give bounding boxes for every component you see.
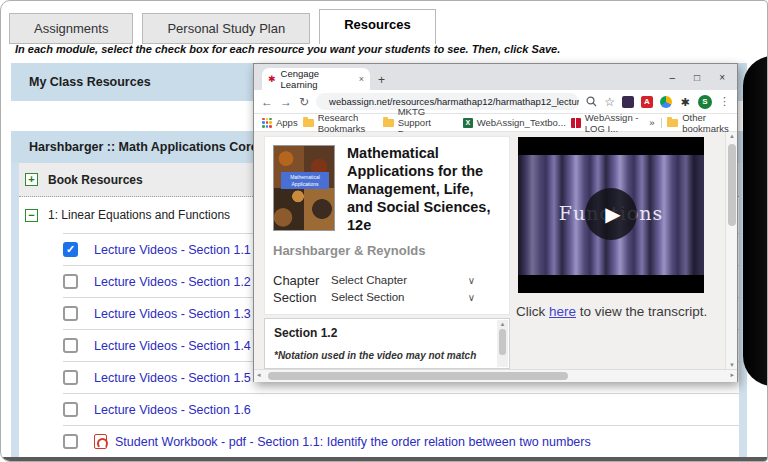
- browser-titlebar[interactable]: ✱ Cengage Learning × + – □ ×: [254, 64, 737, 90]
- extension-pinwheel-icon[interactable]: ✱: [679, 96, 691, 108]
- screenshot-frame: Assignments Personal Study Plan Resource…: [0, 0, 768, 462]
- section-note: *Notation used in the video may not matc…: [274, 350, 489, 361]
- tab-resources[interactable]: Resources: [319, 9, 435, 44]
- maximize-button[interactable]: □: [694, 73, 700, 83]
- transcript-link[interactable]: here: [549, 304, 576, 319]
- section-notes-panel: Section 1.2 *Notation used in the video …: [264, 318, 510, 369]
- module-title: 1: Linear Equations and Functions: [48, 208, 230, 222]
- bookmark-label: Research Bookmarks: [318, 112, 378, 134]
- bookmarks-overflow-icon[interactable]: »: [649, 117, 654, 128]
- resource-link[interactable]: Lecture Videos - Section 1.6: [94, 403, 251, 417]
- scroll-left-icon[interactable]: ◂: [257, 371, 261, 379]
- section-select[interactable]: Select Section: [331, 291, 405, 303]
- section-select-row: Section Select Section ∨: [273, 289, 501, 306]
- bookmark-label: WebAssign_Textbo...: [477, 117, 566, 128]
- tab-bar: Assignments Personal Study Plan Resource…: [9, 9, 445, 44]
- folder-icon: [383, 119, 394, 127]
- video-player[interactable]: Functions ▶: [518, 137, 704, 293]
- transcript-text: Click: [516, 304, 549, 319]
- play-button[interactable]: ▶: [585, 188, 637, 240]
- extension-dark-icon[interactable]: [622, 96, 634, 108]
- resource-checkbox[interactable]: [63, 274, 78, 289]
- resource-checkbox[interactable]: [63, 306, 78, 321]
- bookmark-star-icon[interactable]: ☆: [604, 96, 615, 108]
- resource-link[interactable]: Lecture Videos - Section 1.2: [94, 275, 251, 289]
- book-resources-label: Book Resources: [48, 173, 143, 187]
- bookmark-label: WebAssign - LOG I...: [585, 112, 644, 134]
- scroll-right-icon[interactable]: ▸: [730, 371, 734, 379]
- browser-tab[interactable]: ✱ Cengage Learning ×: [262, 68, 370, 90]
- scroll-down-icon[interactable]: ▼: [726, 362, 737, 368]
- bookmark-webassign-login[interactable]: WebAssign - LOG I...: [571, 112, 644, 134]
- resource-checkbox[interactable]: [63, 402, 78, 417]
- bookmark-research[interactable]: Research Bookmarks: [303, 112, 378, 134]
- extension-color-icon[interactable]: [660, 96, 672, 108]
- other-bookmarks[interactable]: Other bookmarks: [667, 112, 729, 134]
- chevron-down-icon[interactable]: ∨: [468, 275, 475, 286]
- section-label: Section: [273, 290, 331, 305]
- resource-link[interactable]: Lecture Videos - Section 1.1: [94, 243, 251, 257]
- window-controls: – □ ×: [670, 73, 737, 90]
- book-card: Mathematical Applications Mathematical A…: [264, 136, 510, 315]
- my-class-resources-label: My Class Resources: [29, 75, 151, 89]
- vertical-scroll-thumb[interactable]: [728, 144, 736, 226]
- bookmarks-right: » Other bookmarks: [649, 112, 729, 134]
- instruction-text: In each module, select the check box for…: [15, 43, 560, 55]
- bookmark-apps[interactable]: Apps: [262, 117, 298, 128]
- collapse-icon[interactable]: −: [25, 209, 38, 222]
- resource-checkbox[interactable]: [63, 370, 78, 385]
- chapter-select[interactable]: Select Chapter: [331, 274, 407, 286]
- expand-icon[interactable]: +: [25, 173, 38, 186]
- course-header-label: Harshbarger :: Math Applications Coreq -…: [29, 140, 290, 154]
- resource-row: Lecture Videos - Section 1.6: [63, 394, 739, 426]
- new-tab-button[interactable]: +: [378, 73, 385, 87]
- resource-link[interactable]: Lecture Videos - Section 1.4: [94, 339, 251, 353]
- bookmark-label: Other bookmarks: [682, 112, 729, 134]
- chevron-down-icon[interactable]: ∨: [468, 292, 475, 303]
- book-cover-image: Mathematical Applications: [273, 145, 335, 231]
- scroll-up-icon[interactable]: ▲: [726, 133, 737, 139]
- profile-avatar[interactable]: S: [698, 95, 712, 109]
- back-icon[interactable]: ←: [261, 96, 273, 108]
- minimize-button[interactable]: –: [670, 73, 676, 83]
- book-authors: Harshbarger & Reynolds: [273, 235, 501, 258]
- panel-scroll-thumb[interactable]: [499, 329, 506, 355]
- transcript-text: to view the transcript.: [576, 304, 707, 319]
- resource-link[interactable]: Lecture Videos - Section 1.3: [94, 307, 251, 321]
- cengage-favicon-icon: ✱: [268, 74, 276, 84]
- bookmark-label: Apps: [276, 117, 298, 128]
- resource-link[interactable]: Lecture Videos - Section 1.5: [94, 371, 251, 385]
- chapter-section-selects: Chapter Select Chapter ∨ Section Select …: [273, 272, 501, 306]
- folder-icon: [667, 119, 678, 127]
- resource-checkbox[interactable]: ✓: [63, 242, 78, 257]
- panel-scrollbar[interactable]: ▲: [497, 320, 508, 367]
- browser-horizontal-scrollbar[interactable]: ◂ ▸: [254, 369, 737, 382]
- resource-link[interactable]: Student Workbook - pdf - Section 1.1: Id…: [115, 435, 591, 449]
- browser-menu-icon[interactable]: ⋮: [719, 95, 730, 108]
- reload-icon[interactable]: ↻: [299, 96, 309, 108]
- tab-personal-study-plan[interactable]: Personal Study Plan: [142, 13, 310, 44]
- resource-checkbox[interactable]: [63, 434, 78, 449]
- browser-vertical-scrollbar[interactable]: ▲ ▼: [725, 132, 737, 369]
- acrobat-extension-icon[interactable]: A: [641, 96, 653, 108]
- chapter-label: Chapter: [273, 273, 331, 288]
- chapter-select-row: Chapter Select Chapter ∨: [273, 272, 501, 289]
- resource-row: Student Workbook - pdf - Section 1.1: Id…: [63, 426, 739, 458]
- bookmark-webassign-textbook[interactable]: X WebAssign_Textbo...: [463, 117, 566, 128]
- horizontal-scroll-thumb[interactable]: [268, 372, 568, 380]
- apps-grid-icon: [262, 118, 272, 128]
- browser-tab-title: Cengage Learning: [281, 68, 354, 90]
- zoom-icon[interactable]: [586, 96, 597, 107]
- browser-toolbar: ← → ↻ webassign.net/resources/harmathap1…: [254, 90, 737, 114]
- scroll-up-icon[interactable]: ▲: [497, 321, 508, 327]
- browser-popup-window: ✱ Cengage Learning × + – □ × ← → ↻ webas…: [253, 63, 738, 382]
- tab-close-icon[interactable]: ×: [359, 74, 364, 84]
- tab-assignments[interactable]: Assignments: [9, 13, 133, 44]
- close-button[interactable]: ×: [719, 73, 725, 83]
- browser-content: Mathematical Applications Mathematical A…: [254, 132, 737, 369]
- resource-checkbox[interactable]: [63, 338, 78, 353]
- book-cover-label: Mathematical Applications: [281, 172, 329, 189]
- bookmarks-separator: [661, 118, 662, 128]
- folder-icon: [303, 119, 314, 127]
- forward-icon[interactable]: →: [280, 96, 292, 108]
